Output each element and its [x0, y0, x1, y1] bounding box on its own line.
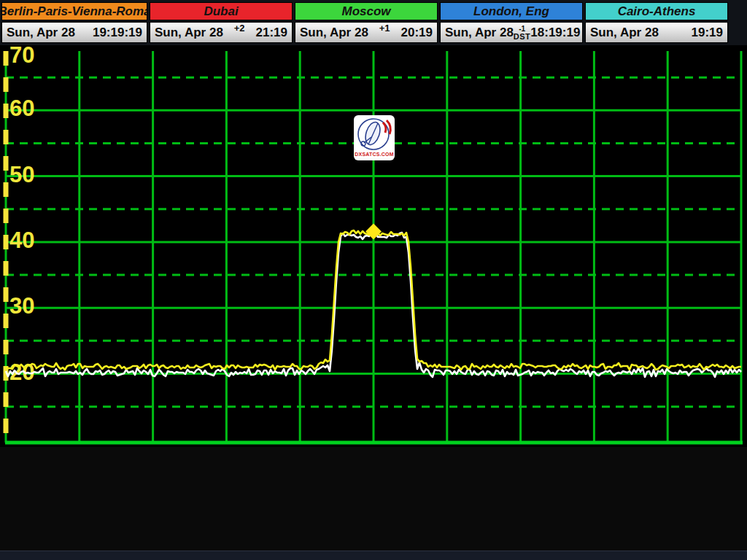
watermark-text: DXSATCS.COM	[355, 152, 393, 157]
clock-date: Sun, Apr 28	[300, 26, 368, 40]
utc-offset: +1	[379, 23, 390, 34]
bottom-edge-strip	[0, 551, 747, 560]
clock-time: 19:19:19	[93, 26, 142, 40]
spectrum-plot: 706050403020 DXSATCS.COM	[0, 45, 747, 447]
spectrum-chart: 706050403020	[0, 45, 747, 447]
clock-date: Sun, Apr 28	[590, 26, 659, 40]
utc-offset: +2	[234, 23, 245, 34]
clock-panel-london: London, Eng Sun, Apr 28 -1 DST 18:19:19	[440, 0, 583, 45]
y-tick-label: 40	[9, 228, 34, 253]
clock-time: 21:19	[256, 26, 287, 40]
clock-time: 20:19	[401, 26, 433, 40]
clock-city-label: Moscow	[295, 2, 438, 20]
clock-date: Sun, Apr 28	[445, 26, 514, 40]
clock-city-label: Cairo-Athens	[585, 2, 728, 20]
clock-date: Sun, Apr 28	[155, 26, 223, 40]
clock-panel-moscow: Moscow Sun, Apr 28 +1 20:19	[295, 0, 438, 45]
clock-date: Sun, Apr 28	[7, 26, 75, 40]
status-bar: SP 1MHz 9 kHzW 11691.750 MHz. Pwr 51.2 d…	[0, 447, 747, 551]
clock-panel-cairo: Cairo-Athens Sun, Apr 28 19:19	[585, 0, 728, 45]
clock-time: 18:19:19	[530, 26, 580, 40]
clock-city-label: London, Eng	[440, 2, 583, 20]
world-clock-bar: Berlin-Paris-Vienna-Roma Sun, Apr 28 19:…	[0, 0, 747, 45]
dxsatcs-watermark: DXSATCS.COM	[354, 115, 395, 160]
clock-city-label: Berlin-Paris-Vienna-Roma	[1, 2, 147, 20]
clock-time-row: Sun, Apr 28 19:19:19	[1, 22, 147, 43]
y-tick-label: 30	[9, 293, 34, 319]
dst-offset: -1 DST	[514, 26, 531, 41]
spectrum-analyzer-screen: Berlin-Paris-Vienna-Roma Sun, Apr 28 19:…	[0, 0, 747, 560]
y-tick-label: 50	[9, 162, 34, 187]
y-tick-label: 60	[9, 96, 34, 121]
clock-time-row: Sun, Apr 28 +1 20:19	[295, 22, 438, 43]
clock-time-row: Sun, Apr 28 19:19	[585, 22, 728, 43]
y-tick-label: 70	[9, 45, 34, 68]
clock-time-row: Sun, Apr 28 +2 21:19	[150, 22, 293, 43]
clock-panel-berlin: Berlin-Paris-Vienna-Roma Sun, Apr 28 19:…	[1, 0, 147, 45]
satellite-dish-icon	[354, 115, 395, 153]
clock-panel-dubai: Dubai Sun, Apr 28 +2 21:19	[150, 0, 293, 45]
clock-time: 19:19	[692, 26, 723, 40]
clock-time-row: Sun, Apr 28 -1 DST 18:19:19	[440, 22, 583, 43]
clock-city-label: Dubai	[150, 2, 293, 20]
dst-label: DST	[514, 33, 531, 41]
